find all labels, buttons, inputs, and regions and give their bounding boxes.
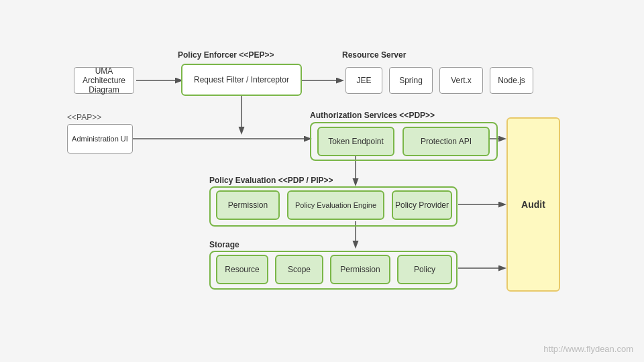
- pep-label: Policy Enforcer <<PEP>>: [178, 50, 274, 60]
- pap-label: <<PAP>>: [67, 113, 101, 122]
- policy-eval-engine-box: Policy Evaluation Engine: [287, 190, 384, 220]
- client-label: UMA Architecture Diagram: [74, 66, 133, 95]
- resource-box: Resource: [216, 255, 268, 284]
- nodejs-box: Node.js: [490, 67, 533, 94]
- policy-eval-label: Policy Evaluation <<PDP / PIP>>: [209, 176, 333, 185]
- admin-ui-box: Administration UI: [67, 124, 133, 154]
- watermark: http://www.flydean.com: [543, 344, 633, 354]
- auth-services-label: Authorization Services <<PDP>>: [310, 111, 435, 120]
- audit-box: Audit: [506, 117, 560, 292]
- spring-box: Spring: [389, 67, 433, 94]
- permission-box: Permission: [216, 190, 280, 220]
- vertx-box: Vert.x: [439, 67, 483, 94]
- policy-storage-box: Policy: [397, 255, 452, 284]
- protection-api-box: Protection API: [402, 127, 490, 156]
- permission-storage-box: Permission: [330, 255, 390, 284]
- request-filter-box: Request Filter / Interceptor: [181, 64, 302, 96]
- jee-box: JEE: [345, 67, 382, 94]
- resource-server-label: Resource Server: [342, 50, 406, 60]
- token-endpoint-box: Token Endpoint: [317, 127, 394, 156]
- audit-label: Audit: [521, 199, 545, 210]
- client-box: UMA Architecture Diagram: [74, 67, 134, 94]
- scope-box: Scope: [275, 255, 323, 284]
- policy-provider-box: Policy Provider: [392, 190, 452, 220]
- request-filter-label: Request Filter / Interceptor: [194, 75, 289, 84]
- storage-label: Storage: [209, 240, 239, 249]
